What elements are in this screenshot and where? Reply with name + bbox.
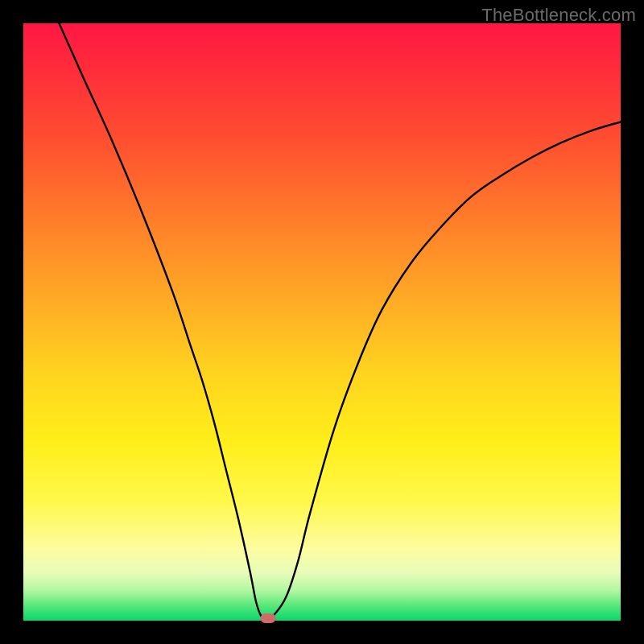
watermark-text: TheBottleneck.com: [481, 5, 636, 26]
chart-frame: TheBottleneck.com: [0, 0, 644, 644]
chart-plot-area: [23, 23, 621, 621]
optimum-marker: [261, 613, 276, 623]
